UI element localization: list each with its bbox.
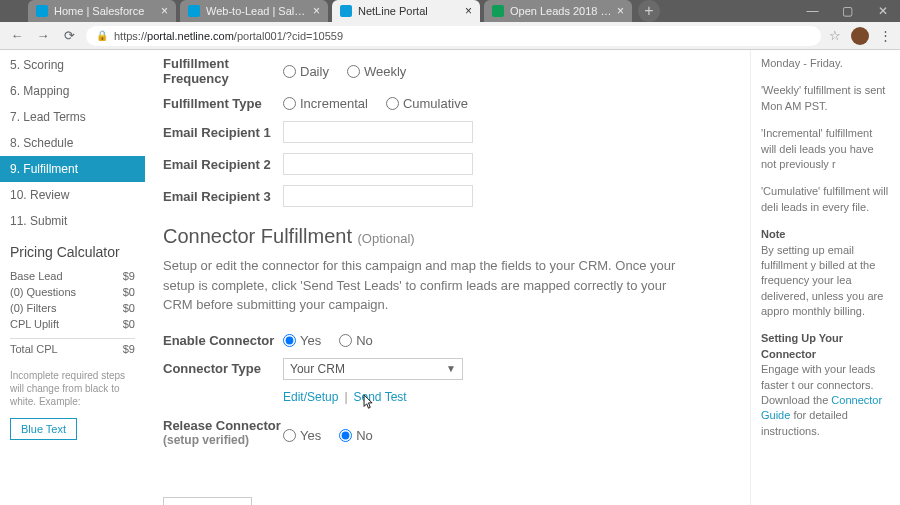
- connector-type-label: Connector Type: [163, 361, 283, 376]
- connector-type-select[interactable]: Your CRM▼: [283, 358, 463, 380]
- pricing-note: Incomplete required steps will change fr…: [10, 369, 135, 408]
- close-icon[interactable]: ×: [161, 4, 168, 18]
- fulfillment-type-label: Fulfillment Type: [163, 96, 283, 111]
- url-input[interactable]: 🔒 https://portal.netline.com/portal001/?…: [86, 26, 821, 46]
- avatar[interactable]: [851, 27, 869, 45]
- edit-setup-link[interactable]: Edit/Setup: [283, 390, 338, 404]
- sidebar: 5. Scoring 6. Mapping 7. Lead Terms 8. S…: [0, 50, 145, 505]
- release-yes-option[interactable]: Yes: [283, 428, 321, 443]
- email1-input[interactable]: [283, 121, 473, 143]
- email3-input[interactable]: [283, 185, 473, 207]
- enable-connector-label: Enable Connector: [163, 333, 283, 348]
- star-icon[interactable]: ☆: [829, 28, 841, 43]
- email2-input[interactable]: [283, 153, 473, 175]
- close-icon[interactable]: ×: [313, 4, 320, 18]
- close-window-button[interactable]: ✕: [865, 0, 900, 22]
- close-icon[interactable]: ×: [617, 4, 624, 18]
- new-tab-button[interactable]: +: [638, 0, 660, 22]
- sidebar-item-review[interactable]: 10. Review: [0, 182, 145, 208]
- address-bar: ← → ⟳ 🔒 https://portal.netline.com/porta…: [0, 22, 900, 50]
- reload-button[interactable]: ⟳: [60, 27, 78, 45]
- enable-no-option[interactable]: No: [339, 333, 373, 348]
- email1-label: Email Recipient 1: [163, 125, 283, 140]
- previous-button[interactable]: Previous: [163, 497, 252, 506]
- pricing-calculator: Pricing Calculator Base Lead$9 (0) Quest…: [0, 234, 145, 450]
- freq-weekly-option[interactable]: Weekly: [347, 64, 406, 79]
- email3-label: Email Recipient 3: [163, 189, 283, 204]
- release-no-option[interactable]: No: [339, 428, 373, 443]
- browser-chrome: Home | Salesforce× Web-to-Lead | Salesfo…: [0, 0, 900, 50]
- email2-label: Email Recipient 2: [163, 157, 283, 172]
- cursor-icon: [363, 394, 374, 410]
- chevron-down-icon: ▼: [446, 363, 456, 374]
- help-panel: Monday - Friday. 'Weekly' fulfillment is…: [750, 50, 900, 505]
- type-incremental-option[interactable]: Incremental: [283, 96, 368, 111]
- sidebar-item-mapping[interactable]: 6. Mapping: [0, 78, 145, 104]
- sidebar-item-scoring[interactable]: 5. Scoring: [0, 52, 145, 78]
- tab-open-leads[interactable]: Open Leads 2018 - Connector T…×: [484, 0, 632, 22]
- connector-section-title: Connector Fulfillment (Optional): [163, 225, 732, 248]
- sidebar-item-fulfillment[interactable]: 9. Fulfillment: [0, 156, 145, 182]
- blue-text-button[interactable]: Blue Text: [10, 418, 77, 440]
- freq-daily-option[interactable]: Daily: [283, 64, 329, 79]
- main-content: Fulfillment Frequency Daily Weekly Fulfi…: [145, 50, 750, 505]
- tab-salesforce-w2l[interactable]: Web-to-Lead | Salesforce×: [180, 0, 328, 22]
- fulfillment-frequency-label: Fulfillment Frequency: [163, 56, 283, 86]
- forward-button[interactable]: →: [34, 27, 52, 45]
- sidebar-item-submit[interactable]: 11. Submit: [0, 208, 145, 234]
- sidebar-item-schedule[interactable]: 8. Schedule: [0, 130, 145, 156]
- tabs-bar: Home | Salesforce× Web-to-Lead | Salesfo…: [0, 0, 900, 22]
- sidebar-item-lead-terms[interactable]: 7. Lead Terms: [0, 104, 145, 130]
- enable-yes-option[interactable]: Yes: [283, 333, 321, 348]
- menu-icon[interactable]: ⋮: [879, 28, 892, 43]
- back-button[interactable]: ←: [8, 27, 26, 45]
- close-icon[interactable]: ×: [465, 4, 472, 18]
- tab-salesforce-home[interactable]: Home | Salesforce×: [28, 0, 176, 22]
- type-cumulative-option[interactable]: Cumulative: [386, 96, 468, 111]
- maximize-button[interactable]: ▢: [830, 0, 865, 22]
- send-test-link[interactable]: Send Test: [354, 390, 407, 404]
- lock-icon: 🔒: [96, 30, 108, 41]
- release-connector-label: Release Connector (setup verified): [163, 418, 283, 447]
- minimize-button[interactable]: —: [795, 0, 830, 22]
- pricing-title: Pricing Calculator: [10, 244, 135, 260]
- tab-netline[interactable]: NetLine Portal×: [332, 0, 480, 22]
- connector-section-desc: Setup or edit the connector for this cam…: [163, 256, 683, 315]
